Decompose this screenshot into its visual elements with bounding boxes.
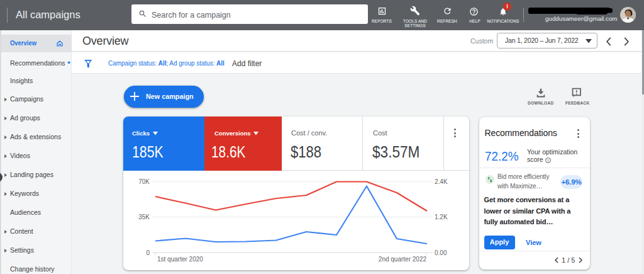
svg-text:1st quarter 2020: 1st quarter 2020 (157, 256, 203, 263)
svg-text:70K: 70K (138, 178, 150, 185)
svg-text:1.2K: 1.2K (435, 214, 448, 220)
svg-text:0: 0 (146, 249, 150, 256)
svg-text:0.00: 0.00 (435, 249, 447, 256)
svg-text:2nd quarter 2022: 2nd quarter 2022 (379, 256, 427, 263)
svg-text:35K: 35K (138, 214, 150, 220)
svg-text:2.4K: 2.4K (435, 178, 448, 185)
